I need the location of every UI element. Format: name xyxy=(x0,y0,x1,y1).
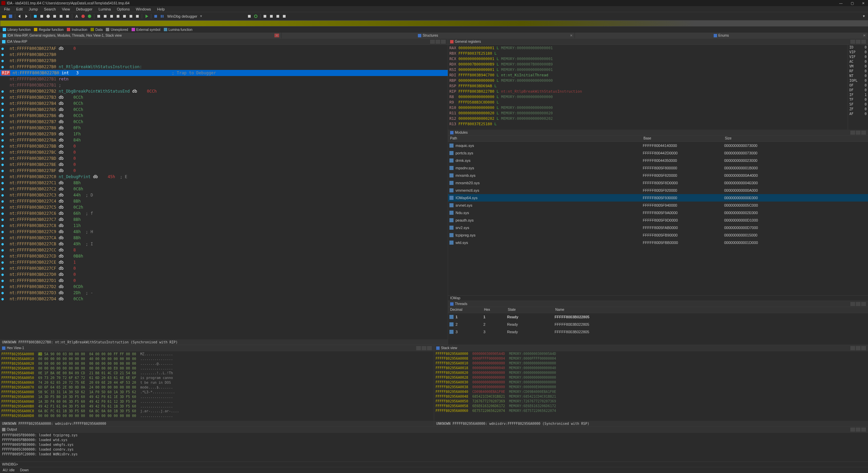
hex-line[interactable]: FFFFF802956A00B0 49 42 F1 61 04 3D F5 60… xyxy=(1,404,432,409)
tool-icon[interactable] xyxy=(58,14,64,19)
flag-row[interactable]: RF0 xyxy=(849,69,867,74)
stack-line[interactable]: FFFFF802956A0000 0000000300905A4D MEMORY… xyxy=(436,352,867,357)
tool-icon[interactable] xyxy=(122,14,127,19)
debugger-selector[interactable]: WinDbg debugger xyxy=(167,14,197,18)
disasm-line[interactable]: ● nt:FFFFF8003B0227D1 db 0 xyxy=(0,278,448,284)
tool-icon[interactable] xyxy=(65,14,70,19)
register-row[interactable]: RIP FFFFF8003B0227B0 L nt:nt_RtlpBreakWi… xyxy=(449,89,846,94)
tool-icon[interactable] xyxy=(247,14,252,19)
hex-line[interactable]: FFFFF802956A0010 00 00 00 00 00 00 00 00… xyxy=(1,357,432,361)
module-row[interactable]: srv2.sysFFFFF8005FAB000000000000000D7000 xyxy=(448,224,868,231)
module-row[interactable]: mrxsmb20.sysFFFFF8005F8D0000000000000004… xyxy=(448,179,868,187)
col-state[interactable]: State xyxy=(506,307,553,313)
disasm-line[interactable]: ● nt:FFFFF8003B0227B9 db 1Fh xyxy=(0,131,448,137)
disasm-line[interactable]: ● nt:FFFFF8003B0227BE db 0 xyxy=(0,162,448,168)
tool-icon[interactable] xyxy=(262,14,268,19)
hex-line[interactable]: FFFFF802956A0020 00 00 00 00 00 00 00 00… xyxy=(1,361,432,366)
thread-row[interactable]: 22ReadyFFFFF8003B022805 xyxy=(448,321,868,328)
tab-close-icon[interactable]: ✕ xyxy=(863,34,866,37)
tool-icon[interactable] xyxy=(52,14,57,19)
panel-btn[interactable] xyxy=(861,40,866,44)
disasm-line[interactable]: ● nt:FFFFF8003B0227CE db 1 xyxy=(0,259,448,265)
disasm-line[interactable]: ● nt:FFFFF8003B0227B3 db 0CCh xyxy=(0,94,448,100)
modules-search[interactable]: IOMap xyxy=(448,295,868,301)
disasm-line[interactable]: ● nt:FFFFF8003B0227D4 db 0CCh xyxy=(0,296,448,302)
menu-windows[interactable]: Windows xyxy=(133,7,154,11)
minimize-button[interactable]: — xyxy=(837,1,845,5)
disasm-line[interactable]: ● nt:FFFFF8003B0227C2 db 0C8h xyxy=(0,186,448,192)
dropdown-icon[interactable]: ▾ xyxy=(861,14,867,19)
module-row[interactable]: mpsdrv.sysFFFFF8005F800000000000000001B0… xyxy=(448,164,868,172)
module-row[interactable]: Ndu.sysFFFFF8005F9A0000000000000002E000 xyxy=(448,209,868,216)
refresh-icon[interactable] xyxy=(253,14,258,19)
output-body[interactable]: FFFFF8005FB90000: loaded tcpipreg.sysFFF… xyxy=(0,433,868,461)
flag-row[interactable]: IF1 xyxy=(849,93,867,98)
tool-icon[interactable] xyxy=(115,14,121,19)
flag-row[interactable]: AF0 xyxy=(849,112,867,117)
module-row[interactable]: drmk.sysFFFFF800443500000000000000023000 xyxy=(448,157,868,164)
disasm-line[interactable]: ● nt:FFFFF8003B0227C7 db 8Bh xyxy=(0,216,448,223)
disasm-line[interactable]: ● nt:FFFFF8003B0227B8 db 0Fh xyxy=(0,125,448,131)
tool-icon[interactable] xyxy=(45,14,51,19)
stack-line[interactable]: FFFFF802956A0040 CD09B4000EBA1F0E MEMORY… xyxy=(436,390,867,395)
disasm-line[interactable]: nt:FFFFF8003B0227B1 retn xyxy=(0,76,448,82)
disasm-line[interactable]: ● nt:FFFFF8003B0227CD db 0B8h xyxy=(0,253,448,259)
col-name[interactable]: Name xyxy=(553,307,655,313)
close-button[interactable]: ✕ xyxy=(860,1,867,5)
panel-btn[interactable] xyxy=(422,346,426,350)
flag-row[interactable]: VM0 xyxy=(849,64,867,69)
tab-enums[interactable]: Enums ✕ xyxy=(575,33,868,38)
disasm-line[interactable]: ● nt:FFFFF8003B0227C1 db 8Bh xyxy=(0,180,448,186)
flag-row[interactable]: OF0 xyxy=(849,83,867,88)
run-icon[interactable] xyxy=(144,14,149,19)
module-row[interactable]: mrxsmb.sysFFFFF8005F82000000000000000A40… xyxy=(448,172,868,179)
panel-btn[interactable] xyxy=(861,428,866,432)
panel-btn[interactable] xyxy=(861,346,866,350)
disasm-line[interactable]: ● nt:FFFFF8003B0227B7 db 0CCh xyxy=(0,119,448,125)
panel-btn[interactable] xyxy=(416,346,421,350)
forward-icon[interactable] xyxy=(23,14,29,19)
disasm-line[interactable]: ● nt:FFFFF8003B0227BB db 0 xyxy=(0,143,448,149)
menu-help[interactable]: Help xyxy=(154,7,168,11)
registers-panel[interactable]: RAX 0000000000000001 L MEMORY:0000000000… xyxy=(448,45,868,130)
register-row[interactable]: RSI 0000000000000001 L MEMORY:0000000000… xyxy=(449,67,846,73)
register-row[interactable]: R11 0000000000000020 L MEMORY:0000000000… xyxy=(449,111,846,116)
panel-btn[interactable] xyxy=(856,302,861,306)
disasm-line[interactable]: ● nt:FFFFF8003B0227BA db 84h xyxy=(0,137,448,143)
disasm-line[interactable]: ● nt:FFFFF8003B0227BF db 0 xyxy=(0,168,448,174)
module-row[interactable]: peauth.sysFFFFF8005F9D000000000000000D10… xyxy=(448,216,868,224)
disasm-line[interactable]: ● nt:FFFFF8003B0227C4 db 8Bh xyxy=(0,198,448,204)
menu-debugger[interactable]: Debugger xyxy=(73,7,95,11)
threads-table-body[interactable]: 11ReadyFFFFF8003B02280522ReadyFFFFF8003B… xyxy=(448,313,868,345)
tool-icon[interactable] xyxy=(269,14,274,19)
stack-line[interactable]: FFFFF802956A0060 6E75722065622074 MEMORY… xyxy=(436,409,867,414)
flag-row[interactable]: ID0 xyxy=(849,45,867,50)
flag-row[interactable]: SF0 xyxy=(849,102,867,107)
panel-btn[interactable] xyxy=(856,131,861,135)
flag-row[interactable]: NT0 xyxy=(849,74,867,79)
panel-btn[interactable] xyxy=(427,346,432,350)
disasm-line[interactable]: ● nt:FFFFF8003B0227C8 db 11h xyxy=(0,223,448,229)
disasm-line[interactable]: ● nt:FFFFF8003B0227CF db 0 xyxy=(0,265,448,271)
open-icon[interactable] xyxy=(1,14,7,19)
panel-btn[interactable] xyxy=(850,302,855,306)
panel-btn[interactable] xyxy=(441,40,446,44)
panel-btn[interactable] xyxy=(856,428,861,432)
register-row[interactable]: R9 FFFFD588B3C0D000 L xyxy=(449,100,846,105)
disasm-line[interactable]: ● nt:FFFFF8003B0227C3 db 44h ; D xyxy=(0,192,448,198)
thread-row[interactable]: 11ReadyFFFFF8003B022805 xyxy=(448,313,868,321)
disasm-line[interactable]: ● nt:FFFFF8003B0227C6 db 66h ; f xyxy=(0,210,448,216)
stack-line[interactable]: FFFFF802956A0008 0000FFFF00000004 MEMORY… xyxy=(436,357,867,361)
panel-btn[interactable] xyxy=(436,40,440,44)
register-row[interactable]: R12 0000000000000202 L MEMORY:0000000000… xyxy=(449,116,846,121)
tool-icon[interactable] xyxy=(80,14,86,19)
stop-icon[interactable] xyxy=(153,14,158,19)
hex-line[interactable]: FFFFF802956A0070 6D 6F 64 65 2E 0D 0D 0A… xyxy=(1,385,432,390)
hex-line[interactable]: FFFFF802956A00C0 6A 8C FC 61 1B 3D F5 60… xyxy=(1,409,432,414)
disasm-line[interactable]: ● nt:FFFFF8003B0227B0 xyxy=(0,58,448,64)
hex-line[interactable]: FFFFF802956A00D0 00 00 00 00 00 00 00 00… xyxy=(1,414,432,418)
tool-icon[interactable] xyxy=(87,14,92,19)
module-row[interactable]: tcpipreg.sysFFFFF8005FB90000000000000001… xyxy=(448,231,868,239)
panel-btn[interactable] xyxy=(850,40,855,44)
disasm-line[interactable]: ● nt:FFFFF8003B0227B0 nt_RtlpBreakWithSt… xyxy=(0,64,448,70)
